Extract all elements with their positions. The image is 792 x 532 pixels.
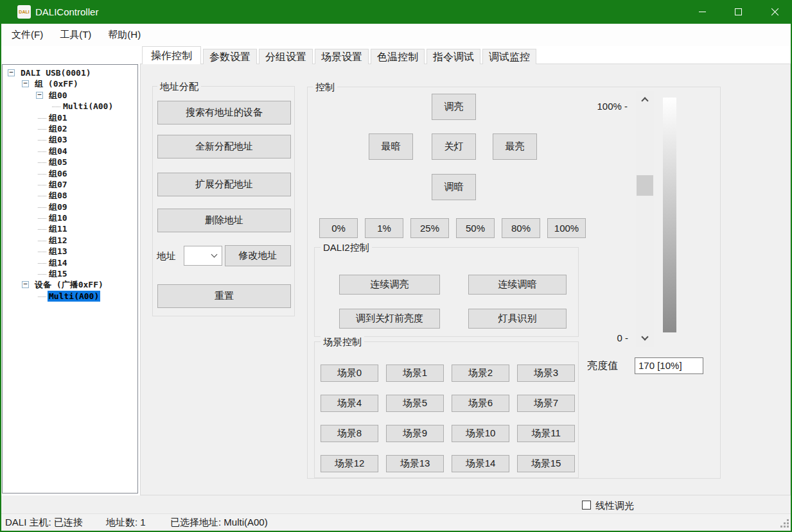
tree-item-label[interactable]: 组11: [48, 223, 69, 234]
scene-button-2[interactable]: 场景2: [452, 365, 509, 382]
scene-button-11[interactable]: 场景11: [517, 425, 575, 442]
tree-row[interactable]: 组03: [3, 134, 137, 145]
brighten-button[interactable]: 调亮: [432, 94, 476, 120]
scene-button-4[interactable]: 场景4: [321, 395, 378, 412]
luminaire-identify-button[interactable]: 灯具识别: [468, 309, 567, 329]
tree-item-label[interactable]: 组 (0xFF): [33, 78, 80, 89]
tree-item-label[interactable]: 组09: [48, 202, 69, 212]
tree-expander-icon[interactable]: −: [22, 281, 29, 288]
tree-expander-icon[interactable]: −: [22, 80, 29, 87]
tree-row[interactable]: 组12: [3, 235, 137, 246]
scene-button-3[interactable]: 场景3: [517, 365, 575, 382]
tree-row[interactable]: 组04: [3, 146, 137, 157]
tab-3[interactable]: 场景设置: [315, 49, 369, 64]
menu-item-1[interactable]: 工具(T): [59, 28, 92, 42]
dim-button[interactable]: 调暗: [432, 174, 476, 200]
tree-item-label[interactable]: 组12: [48, 235, 69, 246]
assign-new-address-button[interactable]: 全新分配地址: [157, 135, 291, 159]
scene-button-10[interactable]: 场景10: [452, 425, 509, 442]
tab-0[interactable]: 操作控制: [142, 46, 201, 64]
tab-5[interactable]: 指令调试: [427, 49, 480, 64]
percent-button-0[interactable]: 0%: [319, 218, 358, 238]
percent-button-1[interactable]: 1%: [365, 218, 403, 238]
tree-row[interactable]: 组02: [3, 123, 137, 134]
tree-item-label[interactable]: 设备 (广播0xFF): [33, 279, 105, 290]
tree-row[interactable]: Multi(A00): [3, 101, 137, 112]
tree-item-label[interactable]: 组07: [48, 179, 69, 190]
percent-button-3[interactable]: 50%: [456, 218, 495, 238]
tree-item-label[interactable]: 组03: [48, 134, 69, 145]
reset-button[interactable]: 重置: [157, 284, 291, 308]
tree-row[interactable]: 组07: [3, 179, 137, 190]
scroll-up-icon[interactable]: [641, 97, 648, 104]
tree-item-label[interactable]: 组04: [48, 146, 69, 157]
lights-off-button[interactable]: 关灯: [432, 133, 476, 160]
brightness-scrollbar[interactable]: [636, 91, 654, 347]
tree-row[interactable]: 组10: [3, 212, 137, 223]
scrollbar-thumb[interactable]: [637, 175, 653, 196]
recall-pre-off-level-button[interactable]: 调到关灯前亮度: [339, 309, 440, 329]
tree-row[interactable]: 组05: [3, 157, 137, 167]
tree-item-label[interactable]: 组06: [48, 168, 69, 179]
tree-row[interactable]: 组09: [3, 202, 137, 212]
tab-1[interactable]: 参数设置: [203, 49, 257, 64]
tree-item-label[interactable]: 组15: [48, 268, 69, 279]
tree-item-label[interactable]: 组10: [48, 212, 69, 223]
resize-grip[interactable]: [787, 526, 789, 528]
tree-row[interactable]: Multi(A00): [3, 291, 137, 302]
tree-item-label[interactable]: DALI USB(0001): [19, 67, 92, 78]
tree-item-label[interactable]: 组05: [48, 157, 69, 167]
tree-item-label[interactable]: 组00: [48, 90, 69, 101]
scene-button-6[interactable]: 场景6: [452, 395, 509, 412]
scene-button-0[interactable]: 场景0: [321, 365, 378, 382]
tree-row[interactable]: −设备 (广播0xFF): [3, 279, 137, 290]
tree-item-label[interactable]: 组14: [48, 257, 69, 268]
tree-row[interactable]: 组13: [3, 246, 137, 257]
tree-row[interactable]: 组06: [3, 168, 137, 179]
continuous-brighten-button[interactable]: 连续调亮: [339, 275, 440, 295]
delete-address-button[interactable]: 删除地址: [157, 209, 291, 232]
search-addressed-devices-button[interactable]: 搜索有地址的设备: [157, 101, 291, 124]
tree-item-label[interactable]: Multi(A00): [48, 291, 100, 302]
brightness-value-box[interactable]: 170 [10%]: [635, 357, 703, 374]
tree-row[interactable]: −组 (0xFF): [3, 78, 137, 89]
percent-button-4[interactable]: 80%: [502, 218, 540, 238]
linear-dimming-checkbox[interactable]: [582, 501, 591, 510]
tab-2[interactable]: 分组设置: [259, 49, 313, 64]
scene-button-15[interactable]: 场景15: [517, 455, 575, 472]
tree-item-label[interactable]: 组08: [48, 190, 69, 201]
extend-assign-address-button[interactable]: 扩展分配地址: [157, 173, 291, 196]
scene-button-9[interactable]: 场景9: [386, 425, 444, 442]
close-button[interactable]: [760, 0, 789, 24]
tree-item-label[interactable]: 组02: [48, 123, 69, 134]
scene-button-5[interactable]: 场景5: [386, 395, 444, 412]
scene-button-1[interactable]: 场景1: [386, 365, 444, 382]
tree-item-label[interactable]: 组01: [48, 112, 69, 123]
tree-expander-icon[interactable]: −: [8, 69, 15, 76]
scene-button-13[interactable]: 场景13: [386, 455, 444, 472]
scene-button-8[interactable]: 场景8: [321, 425, 378, 442]
menu-item-2[interactable]: 帮助(H): [107, 28, 141, 42]
scene-button-7[interactable]: 场景7: [517, 395, 575, 412]
tree-row[interactable]: −组00: [3, 90, 137, 101]
scene-button-12[interactable]: 场景12: [321, 455, 378, 472]
tree-item-label[interactable]: Multi(A00): [62, 101, 114, 112]
address-combobox[interactable]: [184, 246, 222, 266]
dimmest-button[interactable]: 最暗: [369, 133, 413, 160]
menu-item-0[interactable]: 文件(F): [11, 28, 44, 42]
tree-row[interactable]: 组11: [3, 223, 137, 234]
tree-item-label[interactable]: 组13: [48, 246, 69, 257]
tree-row[interactable]: 组15: [3, 268, 137, 279]
tab-4[interactable]: 色温控制: [371, 49, 425, 64]
modify-address-button[interactable]: 修改地址: [225, 245, 291, 266]
percent-button-5[interactable]: 100%: [547, 218, 586, 238]
continuous-dim-button[interactable]: 连续调暗: [468, 275, 567, 295]
tree-row[interactable]: 组01: [3, 112, 137, 123]
maximize-button[interactable]: [723, 0, 753, 24]
tree-row[interactable]: −DALI USB(0001): [3, 67, 137, 78]
percent-button-2[interactable]: 25%: [410, 218, 449, 238]
tree-expander-icon[interactable]: −: [36, 92, 43, 99]
minimize-button[interactable]: [687, 0, 717, 24]
tree-row[interactable]: 组08: [3, 190, 137, 201]
tab-6[interactable]: 调试监控: [482, 49, 536, 64]
